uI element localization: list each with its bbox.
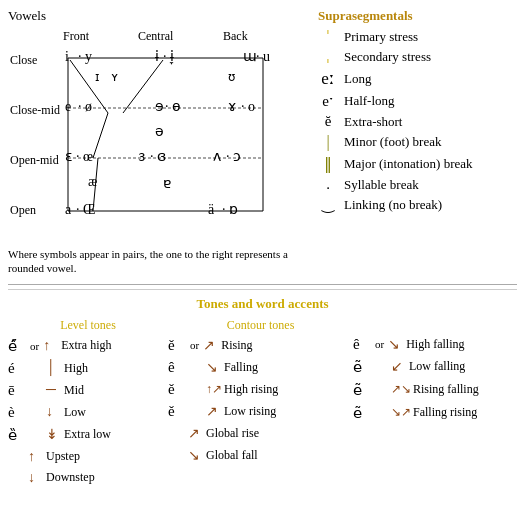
tone-high-rising-desc: High rising	[224, 382, 278, 397]
tone-or-rising: or	[190, 339, 199, 351]
level-tones-title: Level tones	[8, 318, 168, 333]
long-label: Long	[344, 71, 371, 87]
sym-rev-e: ɜ	[138, 149, 145, 164]
secondary-stress-symbol: ˌ	[318, 48, 338, 65]
sym-e: e	[65, 99, 71, 114]
sym-schwa: ə	[155, 124, 164, 139]
sym-y: · y	[78, 49, 92, 64]
sym-a-bar: ɐ	[163, 176, 171, 191]
tone-downstep-desc: Downstep	[46, 470, 95, 485]
tone-or-hf: or	[375, 338, 384, 350]
tone-global-rise-mark: ↗	[188, 425, 204, 442]
tone-extra-high-letter: é̋	[8, 337, 26, 355]
sym-close-o: · ɵ	[165, 99, 181, 114]
sym-w: ɯ	[243, 49, 257, 64]
tone-global-fall-mark: ↘	[188, 447, 204, 464]
supraseg-secondary: ˌ Secondary stress	[318, 48, 517, 65]
tones-columns: Level tones é̋ or ↑ Extra high é │ High …	[8, 318, 517, 491]
tone-falling-desc: Falling	[224, 360, 258, 375]
supraseg-half-long: eˑ Half-long	[318, 92, 517, 110]
tones-section: Tones and word accents Level tones é̋ or…	[8, 289, 517, 491]
sym-i-bar: ɨ	[155, 49, 159, 64]
tone-hf-mark: ↘	[388, 336, 404, 353]
sym-ae: æ	[88, 174, 97, 189]
sym-u: · u	[256, 49, 270, 64]
vowels-chart: Front Central Back Close Close-mid Open-…	[8, 26, 303, 241]
diag3	[93, 113, 108, 158]
supraseg-linking: ‿ Linking (no break)	[318, 196, 517, 214]
tone-falling-rising: ẽ ↘↗ Falling rising	[353, 404, 517, 422]
tone-falling-mark: ↘	[206, 359, 222, 376]
vowels-title: Vowels	[8, 8, 308, 24]
tone-rising-mark: ↗	[203, 337, 219, 354]
sym-oe: · œ	[76, 149, 93, 164]
linking-symbol: ‿	[318, 196, 338, 214]
sym-rev-eps: · ɞ	[150, 149, 166, 164]
tone-downstep-mark: ↓	[28, 470, 44, 486]
tone-high-letter: é	[8, 360, 26, 377]
secondary-stress-label: Secondary stress	[344, 49, 431, 65]
tone-global-fall-desc: Global fall	[206, 448, 258, 463]
major-break-symbol: ‖	[318, 154, 338, 173]
supraseg-extra-short: ĕ Extra-short	[318, 113, 517, 130]
vowels-note: Where symbols appear in pairs, the one t…	[8, 247, 288, 276]
tone-high-rising: ě ↑↗ High rising	[168, 381, 353, 398]
extra-short-label: Extra-short	[344, 114, 402, 130]
tone-fr-desc: Falling rising	[413, 405, 477, 420]
sym-OE: · Œ	[76, 202, 95, 217]
supraseg-title: Suprasegmentals	[318, 8, 517, 24]
supraseg-syllable-break: . Syllable break	[318, 176, 517, 193]
contour-tones-title: Contour tones	[168, 318, 353, 333]
row-open: Open	[10, 203, 36, 217]
tone-rising: ě or ↗ Rising	[168, 337, 353, 354]
tone-extra-high-mark: ↑	[43, 338, 59, 354]
sym-I: ɪ	[95, 70, 99, 84]
syllable-break-symbol: .	[318, 176, 338, 193]
sym-turned-a: · ɒ	[222, 202, 238, 217]
tone-extra-low-letter: ȅ	[8, 426, 26, 444]
contour-tones-col: Contour tones ě or ↗ Rising ê ↘ Falling …	[168, 318, 353, 491]
half-long-symbol: eˑ	[318, 92, 338, 110]
hf-col: ê or ↘ High falling ẽ ↙ Low falling ẽ ↗↘…	[353, 318, 517, 491]
tone-upstep-mark: ↑	[28, 449, 44, 465]
tones-title: Tones and word accents	[8, 296, 517, 312]
tone-high-mark: │	[46, 360, 62, 376]
tone-extra-low-mark: ↡	[46, 426, 62, 443]
tone-rf-desc: Rising falling	[413, 382, 479, 397]
sym-o: · o	[241, 99, 255, 114]
tone-high-rising-mark: ↑↗	[206, 382, 222, 397]
tone-upstep: ↑ Upstep	[8, 449, 168, 465]
supraseg-section: Suprasegmentals ˈ Primary stress ˌ Secon…	[308, 8, 517, 276]
tone-high: é │ High	[8, 360, 168, 377]
minor-break-symbol: |	[318, 133, 338, 151]
tone-low: è ↓ Low	[8, 404, 168, 421]
minor-break-label: Minor (foot) break	[344, 134, 441, 150]
tone-fr-mark: ↘↗	[391, 405, 411, 420]
tone-high-desc: High	[64, 361, 88, 376]
supraseg-long: eː Long	[318, 68, 517, 89]
tone-low-rising-desc: Low rising	[224, 404, 276, 419]
sym-u-bar: · ɨ̞	[163, 49, 174, 65]
tone-global-rise: ↗ Global rise	[168, 425, 353, 442]
primary-stress-symbol: ˈ	[318, 28, 338, 45]
row-close-mid: Close-mid	[10, 103, 60, 117]
tone-lf-mark: ↙	[391, 358, 407, 375]
section-divider	[8, 284, 517, 285]
tone-mid-desc: Mid	[64, 383, 84, 398]
tone-global-fall: ↘ Global fall	[168, 447, 353, 464]
col-back: Back	[223, 29, 248, 43]
tone-high-falling: ê or ↘ High falling	[353, 336, 517, 353]
sym-script-a: ä	[208, 202, 215, 217]
tone-rising-letter: ě	[168, 337, 186, 354]
sym-rams: ɤ	[228, 99, 236, 114]
supraseg-major-break: ‖ Major (intonation) break	[318, 154, 517, 173]
tone-high-rising-letter: ě	[168, 381, 186, 398]
half-long-label: Half-long	[344, 93, 395, 109]
tone-lf-desc: Low falling	[409, 359, 465, 374]
level-tones-col: Level tones é̋ or ↑ Extra high é │ High …	[8, 318, 168, 491]
primary-stress-label: Primary stress	[344, 29, 418, 45]
row-open-mid: Open-mid	[10, 153, 59, 167]
tone-mid-letter: ē	[8, 382, 26, 399]
top-section: Vowels Front Central Back Close Close-mi…	[8, 8, 517, 276]
supraseg-minor-break: | Minor (foot) break	[318, 133, 517, 151]
